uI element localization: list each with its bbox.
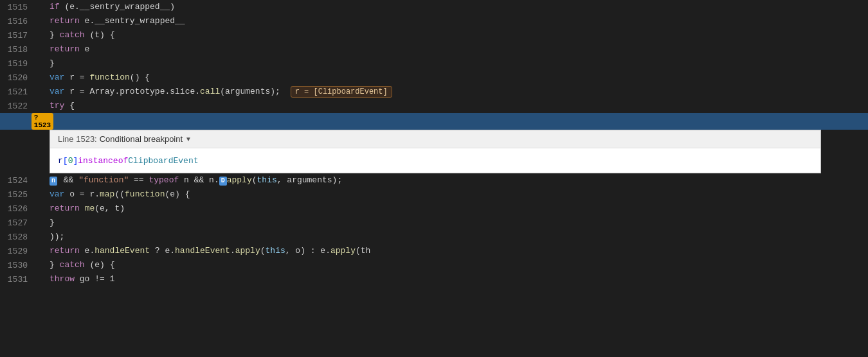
- code-line-1520: 1520 var r = function() {: [0, 71, 868, 85]
- code-line-1519: 1519 }: [0, 57, 868, 71]
- code-line-1525: 1525 var o = r.map((function(e) {: [0, 187, 868, 202]
- line-content-1528: ));: [50, 230, 863, 244]
- line-content-1519: }: [50, 57, 863, 71]
- code-line-1523: ?1523: [0, 113, 868, 130]
- breakpoint-badge[interactable]: ?1523: [32, 113, 53, 130]
- code-line-1524: 1524 n && "function" == typeof n && n.Da…: [0, 173, 868, 187]
- line-number-1515: 1515: [0, 3, 35, 12]
- line-number-1524: 1524: [0, 176, 35, 186]
- line-number-1531: 1531: [0, 275, 35, 284]
- line-content-1516: return e.__sentry_wrapped__: [50, 14, 863, 28]
- bp-condition[interactable]: r[0] instanceof ClipboardEvent: [50, 148, 820, 173]
- code-line-1531: 1531 throw go != 1: [0, 272, 868, 286]
- line-content-1524: n && "function" == typeof n && n.Dapply(…: [50, 173, 863, 187]
- breakpoint-block-1523: ?1523 Line 1523: Conditional breakpoint …: [0, 113, 868, 173]
- code-editor: 1515 if (e.__sentry_wrapped__) 1516 retu…: [0, 0, 868, 357]
- line-content-1527: }: [50, 216, 863, 230]
- line-content-1518: return e: [50, 42, 863, 57]
- line-content-1520: var r = function() {: [50, 71, 863, 85]
- code-area[interactable]: 1515 if (e.__sentry_wrapped__) 1516 retu…: [0, 0, 868, 357]
- line-number-1519: 1519: [0, 59, 35, 69]
- line-number-1525: 1525: [0, 190, 35, 200]
- d-icon: D: [219, 177, 227, 186]
- line-number-1520: 1520: [0, 73, 35, 83]
- line-number-1527: 1527: [0, 218, 35, 228]
- line-number-1528: 1528: [0, 232, 35, 242]
- code-line-1529: 1529 return e.handleEvent ? e.handleEven…: [0, 244, 868, 258]
- line-number-1517: 1517: [0, 31, 35, 40]
- inline-value-1521: r = [ClipboardEvent]: [291, 86, 392, 98]
- bp-type-label: Conditional breakpoint: [100, 134, 183, 144]
- bp-header: Line 1523: Conditional breakpoint ▼: [50, 130, 820, 148]
- line-content-1525: var o = r.map((function(e) {: [50, 187, 863, 202]
- code-line-1528: 1528 ));: [0, 230, 868, 244]
- line-content-1526: return me(e, t): [50, 202, 863, 216]
- code-line-1522: 1522 try {: [0, 99, 868, 113]
- line-content-1530: } catch (e) {: [50, 258, 863, 272]
- line-number-1518: 1518: [0, 45, 35, 55]
- bp-marker-1523: ?1523: [35, 113, 50, 130]
- code-line-1516: 1516 return e.__sentry_wrapped__: [0, 14, 868, 28]
- code-line-1526: 1526 return me(e, t): [0, 202, 868, 216]
- code-line-1515: 1515 if (e.__sentry_wrapped__): [0, 0, 868, 14]
- line-number-1529: 1529: [0, 247, 35, 256]
- breakpoint-popup[interactable]: Line 1523: Conditional breakpoint ▼ r[0]…: [50, 130, 821, 173]
- line-number-1526: 1526: [0, 204, 35, 214]
- line-content-1517: } catch (t) {: [50, 28, 863, 42]
- code-line-1518: 1518 return e: [0, 42, 868, 57]
- line-number-1530: 1530: [0, 261, 35, 270]
- code-line-1521: 1521 var r = Array.prototype.slice.call(…: [0, 85, 868, 99]
- line-number-1521: 1521: [0, 87, 35, 97]
- bp-chevron-icon[interactable]: ▼: [185, 135, 192, 143]
- code-line-1527: 1527 }: [0, 216, 868, 230]
- bp-line-label: Line 1523:: [58, 134, 97, 144]
- code-line-1530: 1530 } catch (e) {: [0, 258, 868, 272]
- line-content-1522: try {: [50, 99, 863, 113]
- line-content-1515: if (e.__sentry_wrapped__): [50, 0, 863, 14]
- line-content-1529: return e.handleEvent ? e.handleEvent.app…: [50, 244, 863, 258]
- code-line-1517: 1517 } catch (t) {: [0, 28, 868, 42]
- line-number-1522: 1522: [0, 101, 35, 111]
- line-content-1531: throw go != 1: [50, 272, 863, 286]
- line-number-1516: 1516: [0, 17, 35, 26]
- n-icon: n: [50, 177, 57, 186]
- line-content-1521: var r = Array.prototype.slice.call(argum…: [50, 85, 863, 99]
